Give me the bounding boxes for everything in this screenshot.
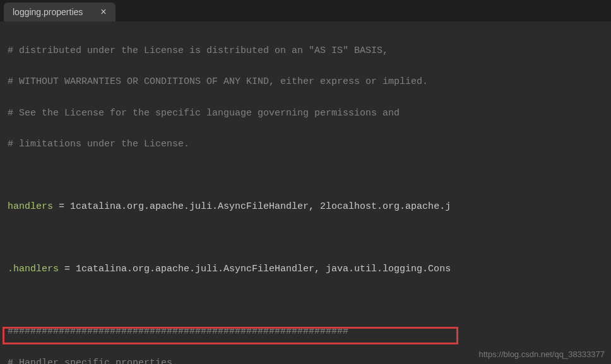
property-value: 1catalina.org.apache.juli.AsyncFileHandl… <box>70 201 451 212</box>
file-tab[interactable]: logging.properties × <box>4 3 116 21</box>
code-line: handlers = 1catalina.org.apache.juli.Asy… <box>8 199 603 215</box>
code-line: .handlers = 1catalina.org.apache.juli.As… <box>8 262 603 278</box>
property-key: .handlers <box>8 264 64 274</box>
code-line <box>8 168 603 184</box>
close-icon[interactable]: × <box>100 7 106 17</box>
property-key: handlers <box>8 201 59 212</box>
code-line: # limitations under the License. <box>8 137 603 153</box>
equals-sign: = <box>59 201 70 212</box>
code-line: ########################################… <box>8 324 603 340</box>
code-line: # WITHOUT WARRANTIES OR CONDITIONS OF AN… <box>8 74 603 90</box>
property-value: 1catalina.org.apache.juli.AsyncFileHandl… <box>76 264 451 274</box>
code-line: # distributed under the License is distr… <box>8 44 603 59</box>
code-editor[interactable]: # distributed under the License is distr… <box>0 21 611 364</box>
code-line: # See the License for the specific langu… <box>8 106 603 122</box>
tab-bar: logging.properties × <box>0 0 611 21</box>
tab-filename: logging.properties <box>13 7 83 17</box>
equals-sign: = <box>64 264 76 274</box>
code-line <box>8 231 603 247</box>
watermark-text: https://blog.csdn.net/qq_38333377 <box>479 349 605 359</box>
code-line <box>8 293 603 309</box>
